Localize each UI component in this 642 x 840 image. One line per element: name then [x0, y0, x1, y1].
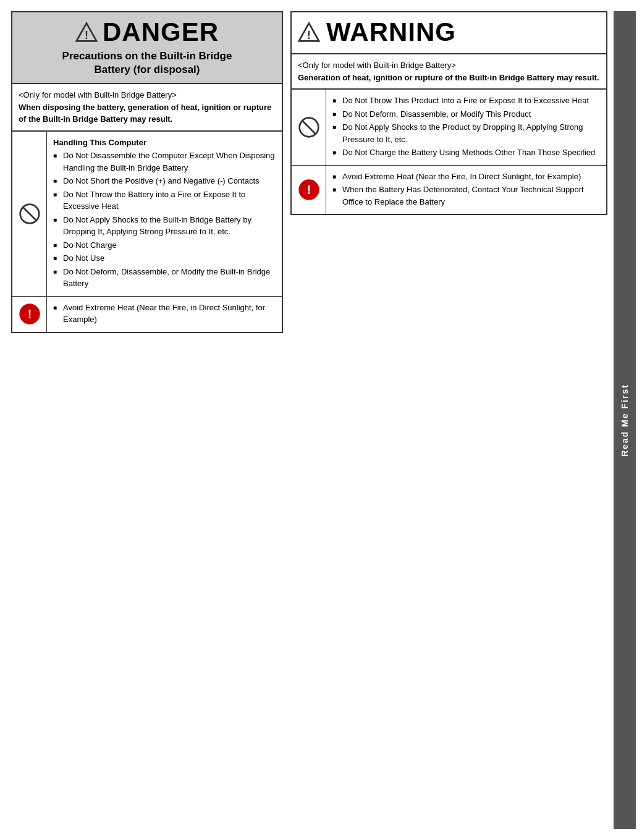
warning-row-2: ! Avoid Extreme Heat (Near the Fire, In …: [292, 165, 606, 214]
danger-title: DANGER: [103, 17, 219, 47]
warning-no-symbol-cell: [292, 90, 326, 165]
warning-rows: Do Not Throw This Product Into a Fire or…: [292, 90, 606, 214]
list-item: Do Not Deform, Disassemble, or Modify Th…: [332, 108, 600, 121]
svg-text:!: !: [306, 183, 311, 197]
warning-triangle-icon: !: [298, 21, 320, 43]
main-content: ! DANGER Precautions on the Built-in Bri…: [11, 11, 614, 829]
list-item: Do Not Apply Shocks to the Product by Dr…: [332, 121, 600, 145]
danger-header: ! DANGER Precautions on the Built-in Bri…: [12, 12, 282, 84]
warning-header: ! WARNING: [292, 12, 606, 54]
list-item: Do Not Use: [53, 252, 276, 265]
bottom-area: [11, 333, 607, 829]
danger-title-row: ! DANGER: [19, 17, 276, 47]
svg-text:!: !: [85, 29, 88, 41]
list-item: Do Not Apply Shocks to the Built-in Brid…: [53, 214, 276, 238]
warning-exclamation-icon: !: [298, 179, 320, 201]
warning-intro-bold: Generation of heat, ignition or rupture …: [298, 73, 599, 82]
warning-box: ! WARNING <Only for model with Built-in …: [290, 11, 607, 215]
svg-text:!: !: [27, 307, 32, 321]
list-item: Do Not Deform, Disassemble, or Modify th…: [53, 266, 276, 290]
list-item: Do Not Charge: [53, 239, 276, 252]
danger-subtitle: Precautions on the Built-in BridgeBatter…: [19, 49, 276, 77]
danger-text-cell-2: Avoid Extreme Heat (Near the Fire, in Di…: [47, 297, 282, 332]
svg-text:!: !: [307, 29, 311, 41]
danger-section-title: Handling This Computer: [53, 137, 276, 149]
page-wrapper: ! DANGER Precautions on the Built-in Bri…: [0, 0, 642, 840]
no-symbol-icon: [19, 203, 41, 225]
list-item: When the Battery Has Deteriorated, Conta…: [332, 184, 600, 208]
list-item: Do Not Short the Positive (+) and Negati…: [53, 175, 276, 187]
svg-line-9: [302, 121, 316, 134]
danger-list-1: Do Not Disassemble the Computer Except W…: [53, 150, 276, 290]
two-col-layout: ! DANGER Precautions on the Built-in Bri…: [11, 11, 607, 333]
list-item: Avoid Extreme Heat (Near the Fire, in Di…: [53, 302, 276, 326]
sidebar-tab: Read Me First: [614, 11, 636, 829]
sidebar-label: Read Me First: [620, 384, 630, 457]
danger-intro-bold: When disposing the battery, generation o…: [19, 103, 271, 124]
danger-text-cell-1: Handling This Computer Do Not Disassembl…: [47, 132, 282, 296]
list-item: Do Not Throw This Product Into a Fire or…: [332, 95, 600, 107]
warning-row-1: Do Not Throw This Product Into a Fire or…: [292, 90, 606, 165]
danger-row-1: Handling This Computer Do Not Disassembl…: [12, 132, 282, 296]
exclamation-icon: !: [19, 303, 41, 325]
warning-text-cell-2: Avoid Extreme Heat (Near the Fire, In Di…: [326, 166, 606, 214]
warning-title: WARNING: [326, 17, 456, 47]
list-item: Do Not Disassemble the Computer Except W…: [53, 150, 276, 174]
danger-box: ! DANGER Precautions on the Built-in Bri…: [11, 11, 283, 333]
list-item: Do Not Throw the Battery into a Fire or …: [53, 189, 276, 213]
danger-list-2: Avoid Extreme Heat (Near the Fire, in Di…: [53, 302, 276, 326]
danger-exclamation-cell: !: [12, 297, 47, 332]
svg-line-3: [23, 207, 36, 221]
danger-triangle-icon: !: [75, 21, 98, 43]
warning-no-symbol-icon: [298, 116, 320, 138]
warning-list-2: Avoid Extreme Heat (Near the Fire, In Di…: [332, 171, 600, 208]
danger-rows: Handling This Computer Do Not Disassembl…: [12, 132, 282, 332]
list-item: Avoid Extreme Heat (Near the Fire, In Di…: [332, 171, 600, 183]
list-item: Do Not Charge the Battery Using Methods …: [332, 146, 600, 159]
danger-row-2: ! Avoid Extreme Heat (Near the Fire, in …: [12, 296, 282, 332]
warning-intro: <Only for model with Built-in Bridge Bat…: [292, 54, 606, 90]
warning-exclamation-cell: !: [292, 166, 326, 214]
danger-no-symbol-cell: [12, 132, 47, 296]
danger-intro: <Only for model with Built-in Bridge Bat…: [12, 84, 282, 132]
warning-list-1: Do Not Throw This Product Into a Fire or…: [332, 95, 600, 159]
warning-text-cell-1: Do Not Throw This Product Into a Fire or…: [326, 90, 606, 165]
